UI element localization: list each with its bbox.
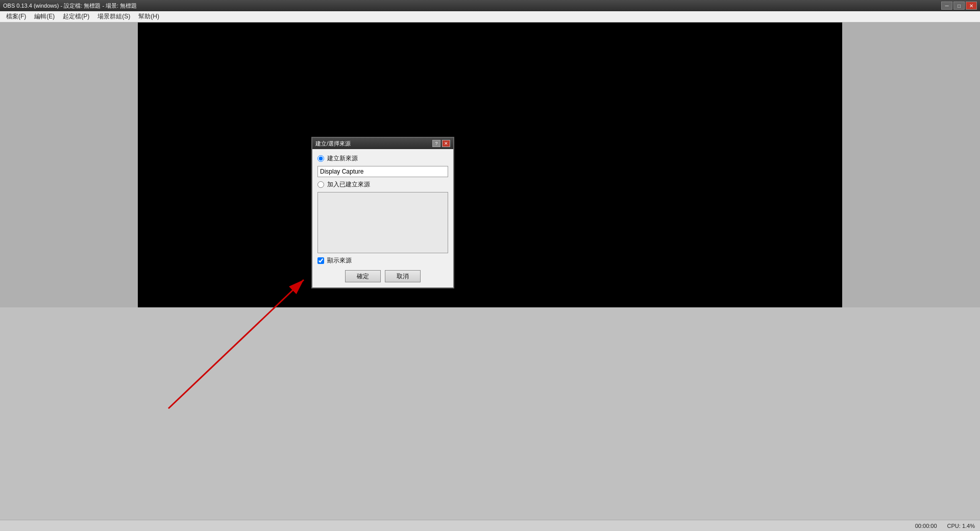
title-bar: OBS 0.13.4 (windows) - 設定檔: 無標題 - 場景: 無標… <box>0 0 980 11</box>
app-title: OBS 0.13.4 (windows) - 設定檔: 無標題 - 場景: 無標… <box>3 2 137 10</box>
use-existing-row: 加入已建立來源 <box>317 180 448 189</box>
window-controls: ─ □ ✕ <box>941 2 977 10</box>
bottom-panel: 場景 Piko Live + − ∧ ∨ 來源 + − ⚙ ∧ ∨ 混合器 <box>0 307 980 531</box>
use-existing-radio[interactable] <box>317 181 324 188</box>
dialog-titlebar: 建立/選擇來源 ? ✕ <box>312 138 453 149</box>
source-name-input[interactable] <box>317 166 448 177</box>
menu-scene-group[interactable]: 場景群組(S) <box>93 11 134 22</box>
stream-time: 00:00:00 <box>915 523 937 529</box>
cpu-usage: CPU: 1.4% <box>947 523 975 529</box>
show-sources-row: 顯示來源 <box>317 256 448 265</box>
menu-help[interactable]: 幫助(H) <box>134 11 163 22</box>
dialog-help-button[interactable]: ? <box>432 140 440 147</box>
confirm-button[interactable]: 確定 <box>345 270 381 282</box>
preview-canvas <box>138 22 842 307</box>
use-existing-label: 加入已建立來源 <box>327 180 370 189</box>
dialog-footer: 確定 取消 <box>317 270 448 282</box>
create-new-radio[interactable] <box>317 155 324 162</box>
right-sidebar-bg <box>842 22 980 307</box>
menu-bar: 檔案(F) 編輯(E) 起定檔(P) 場景群組(S) 幫助(H) <box>0 11 980 22</box>
minimize-button[interactable]: ─ <box>941 2 952 10</box>
dialog-close-button[interactable]: ✕ <box>442 140 450 147</box>
dialog-title: 建立/選擇來源 <box>315 140 351 148</box>
show-sources-label: 顯示來源 <box>327 256 352 265</box>
create-source-dialog[interactable]: 建立/選擇來源 ? ✕ 建立新來源 加入已建立來源 <box>311 137 454 288</box>
left-sidebar-bg <box>0 22 138 307</box>
menu-edit[interactable]: 編輯(E) <box>30 11 59 22</box>
status-bar: 00:00:00 CPU: 1.4% <box>0 520 980 531</box>
existing-sources-list[interactable] <box>317 192 448 253</box>
dialog-body: 建立新來源 加入已建立來源 顯示來源 確定 取消 <box>312 149 453 287</box>
menu-file[interactable]: 檔案(F) <box>2 11 30 22</box>
menu-profile[interactable]: 起定檔(P) <box>59 11 93 22</box>
create-new-label: 建立新來源 <box>327 154 358 163</box>
create-new-row: 建立新來源 <box>317 154 448 163</box>
close-button[interactable]: ✕ <box>966 2 977 10</box>
show-sources-checkbox[interactable] <box>317 257 324 264</box>
cancel-button[interactable]: 取消 <box>385 270 421 282</box>
maximize-button[interactable]: □ <box>953 2 965 10</box>
dialog-controls: ? ✕ <box>432 140 450 147</box>
